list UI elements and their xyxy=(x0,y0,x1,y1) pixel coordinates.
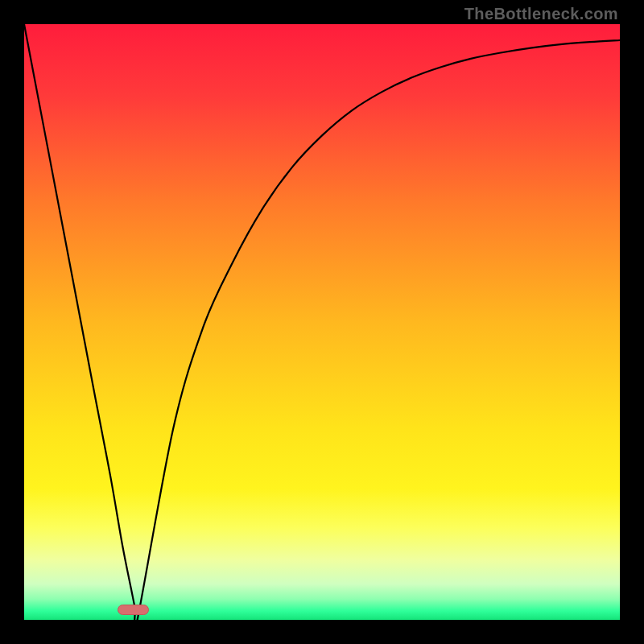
min-marker-pill xyxy=(118,605,148,615)
chart-frame: TheBottleneck.com xyxy=(0,0,644,644)
attribution-watermark: TheBottleneck.com xyxy=(464,5,618,23)
plot-area xyxy=(24,24,620,620)
bottleneck-curve xyxy=(24,24,620,620)
curve-layer xyxy=(24,24,620,620)
